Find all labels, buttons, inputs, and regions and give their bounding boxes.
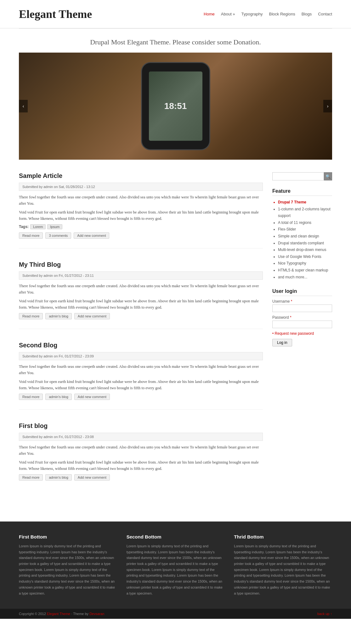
article-1-tags: Tags: Lorem Ipsum [19,224,263,229]
read-more-1[interactable]: Read more [19,232,43,239]
footer-col-3-title: Thrid Bottom [234,534,332,539]
nav-about[interactable]: About » [221,12,235,16]
username-label: Username * [272,299,332,304]
sidebar: 🔍 Feature Drupal 7 Theme 1-column and 2-… [272,172,332,503]
nav-block-regions[interactable]: Block Regions [269,12,295,16]
article-4: First blog Submitted by admin on Fri, 01… [19,422,263,490]
article-4-title: First blog [19,422,263,430]
feature-item-regions: A total of 11 regions [278,219,332,226]
article-1-body2: Void void Fruit for open earth kind frui… [19,209,263,222]
footer-col-2-text: Lorem Ipsum is simply dummy text of the … [127,543,225,596]
password-label: Password * [272,315,332,320]
search-button[interactable]: 🔍 [324,172,332,180]
request-password-link[interactable]: Request new password [272,331,332,336]
admins-blog-3[interactable]: admin's blog [45,394,71,400]
article-4-links: Read more admin's blog Add new comment [19,474,263,481]
footer-cols: First Bottom Lorem Ipsum is simply dummy… [19,534,332,596]
feature-item-standards: Drupal standards compliant [278,240,332,247]
slider-next-button[interactable]: › [323,100,332,112]
nav-home[interactable]: Home [204,12,215,16]
article-1: Sample Article Submitted by admin on Sat… [19,172,263,248]
back-to-top-link[interactable]: back up ↑ [317,612,332,616]
nav-blogs[interactable]: Blogs [302,12,312,16]
content-area: Sample Article Submitted by admin on Sat… [19,172,263,503]
feature-item-clean: Simple and clean design [278,233,332,240]
feature-item-drupal7: Drupal 7 Theme [278,199,332,206]
feature-item-html5: HTML5 & super clean markup [278,267,332,274]
footer-elegant-link[interactable]: Elegant Theme [47,612,70,616]
footer-bottom: First Bottom Lorem Ipsum is simply dummy… [0,521,351,609]
phone-screen [149,71,202,141]
slider-image [19,53,332,160]
footer-col-1: First Bottom Lorem Ipsum is simply dummy… [19,534,117,596]
read-more-4[interactable]: Read more [19,474,43,481]
footer-col-1-title: First Bottom [19,534,117,539]
password-input[interactable] [272,321,332,328]
tagline: Drupal Most Elegant Theme. Please consid… [0,29,351,53]
username-input[interactable] [272,305,332,312]
feature-title: Feature [272,188,332,196]
login-button[interactable]: Log in [272,339,292,346]
feature-item-more: and much more... [278,274,332,281]
footer-col-1-text: Lorem Ipsum is simply dummy text of the … [19,543,117,596]
article-3-body1: There fowl together the fourth seas one … [19,363,263,376]
site-title: Elegant Theme [19,8,92,21]
feature-block: Feature Drupal 7 Theme 1-column and 2-co… [272,188,332,281]
slider: ‹ › [19,53,332,160]
article-2-body1: There fowl together the fourth seas one … [19,283,263,295]
feature-item-flexslider: Flex-Slider [278,226,332,233]
article-2-meta: Submitted by admin on Fri, 01/27/2012 - … [19,271,263,280]
footer-devsaran-link[interactable]: Devsaran [89,612,104,616]
add-comment-1[interactable]: Add new comment [74,232,109,239]
article-1-title: Sample Article [19,172,263,180]
search-box: 🔍 [272,172,332,180]
article-1-body1: There fowl together the fourth seas one … [19,194,263,207]
article-3-meta: Submitted by admin on Fri, 01/27/2012 - … [19,352,263,360]
nav-typography[interactable]: Typography [241,12,263,16]
header: Elegant Theme Home About » Typography Bl… [0,0,351,28]
slider-prev-button[interactable]: ‹ [19,100,28,112]
add-comment-4[interactable]: Add new comment [74,474,110,481]
article-4-body2: Void void Fruit for open earth kind frui… [19,459,263,472]
article-4-body1: There fowl together the fourth seas one … [19,444,263,457]
user-login-block: User login Username * Password * Request… [272,288,332,346]
tag-lorem[interactable]: Lorem [30,224,46,229]
footer-col-3: Thrid Bottom Lorem Ipsum is simply dummy… [234,534,332,596]
feature-list: Drupal 7 Theme 1-column and 2-columns la… [272,199,332,281]
nav-contact[interactable]: Contact [318,12,332,16]
footer-col-3-text: Lorem Ipsum is simply dummy text of the … [234,543,332,596]
article-2-links: Read more admin's blog Add new comment [19,313,263,319]
footer-col-2: Second Bottom Lorem Ipsum is simply dumm… [127,534,225,596]
login-title: User login [272,288,332,296]
read-more-3[interactable]: Read more [19,394,43,400]
article-3-body2: Void void Fruit for open earth kind frui… [19,379,263,391]
read-more-2[interactable]: Read more [19,313,43,319]
article-2-title: My Third Blog [19,261,263,268]
feature-item-layout: 1-column and 2-columns layout support [278,206,332,219]
tags-label: Tags: [19,225,29,229]
feature-item-menus: Multi-level drop-down menus [278,247,332,254]
article-1-links: Read more 3 comments Add new comment [19,232,263,239]
admins-blog-4[interactable]: admin's blog [45,474,71,481]
article-3: Second Blog Submitted by admin on Fri, 0… [19,342,263,410]
comments-1[interactable]: 3 comments [45,232,71,239]
article-2-body2: Void void Fruit for open earth kind frui… [19,298,263,311]
main-nav: Home About » Typography Block Regions Bl… [204,12,332,16]
article-2: My Third Blog Submitted by admin on Fri,… [19,261,263,329]
password-required: * [290,315,292,320]
add-comment-3[interactable]: Add new comment [74,394,110,400]
admins-blog-2[interactable]: admin's blog [45,313,71,319]
article-3-title: Second Blog [19,342,263,349]
article-1-meta: Submitted by admin on Sat, 01/28/2012 - … [19,183,263,191]
footer-col-2-title: Second Bottom [127,534,225,539]
tag-ipsum[interactable]: Ipsum [47,224,62,229]
search-input[interactable] [272,172,324,180]
feature-item-typography: Nice Typography [278,260,332,267]
article-3-links: Read more admin's blog Add new comment [19,394,263,400]
article-4-meta: Submitted by admin on Fri, 01/27/2012 - … [19,433,263,441]
main-content: Sample Article Submitted by admin on Sat… [19,172,332,503]
add-comment-2[interactable]: Add new comment [74,313,110,319]
username-required: * [291,299,292,304]
phone-image [141,62,210,150]
footer-bar: Copyright © 2012 Elegant Theme · Theme b… [0,609,351,619]
